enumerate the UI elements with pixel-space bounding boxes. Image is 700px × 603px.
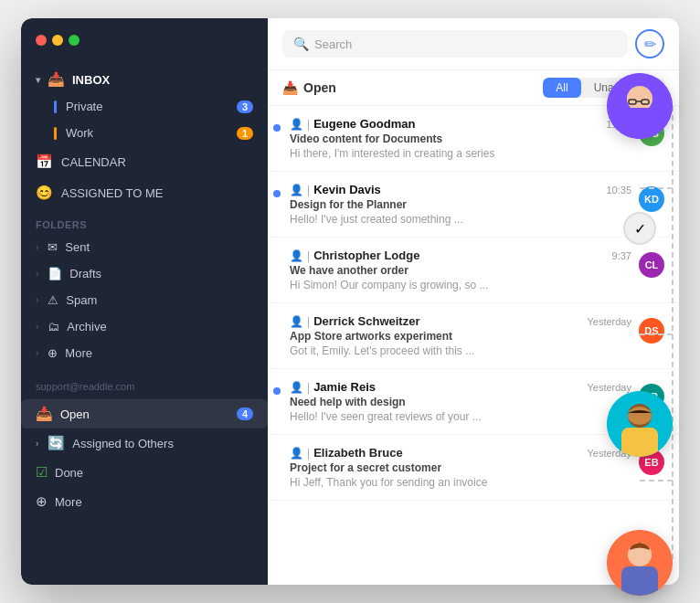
more-label: More [65, 346, 92, 360]
email-subject: Design for the Planner [290, 198, 631, 211]
account-email: support@readdle.com [36, 381, 134, 392]
email-meta: 👤 | Kevin Davis 10:35 [290, 183, 631, 196]
minimize-button[interactable] [52, 35, 63, 46]
separator: | [307, 118, 310, 131]
center-circle: ✓ [623, 212, 656, 245]
inbox-label: INBOX [72, 73, 110, 87]
sidebar-item-assigned-to-me[interactable]: 😊 ASSIGNED TO ME [21, 177, 268, 208]
email-subject: We have another order [290, 264, 631, 277]
open-badge: 4 [237, 407, 253, 420]
email-content: 👤 | Jamie Reis Yesterday Need help with … [282, 380, 631, 423]
email-content: 👤 | Elizabeth Bruce Yesterday Project fo… [282, 446, 631, 489]
private-label: Private [66, 100, 102, 113]
filter-all-button[interactable]: All [543, 78, 580, 98]
sidebar-item-archive[interactable]: › 🗂 Archive [21, 313, 268, 340]
sidebar-content: ▾ 📥 INBOX Private 3 Work 1 📅 CALENDAR [21, 62, 268, 585]
separator: | [307, 249, 310, 262]
open-icon: 📥 [36, 406, 53, 422]
more2-icon: ⊕ [36, 493, 48, 510]
traffic-lights [36, 35, 80, 46]
assigned-others-label: Assigned to Others [72, 437, 174, 450]
sender-name: Eugene Goodman [313, 117, 415, 131]
sender-name: Christopher Lodge [313, 249, 419, 262]
open-section-title: 📥 Open [282, 80, 336, 95]
email-preview: Got it, Emily. Let's proceed with this .… [290, 344, 546, 357]
email-subject: App Store artworks experiment [290, 330, 631, 343]
archive-label: Archive [67, 320, 106, 333]
inbox-icon: 📥 [48, 71, 65, 88]
chevron-icon: › [36, 269, 38, 279]
connection-lines [640, 106, 700, 563]
assigned-label: ASSIGNED TO ME [61, 186, 164, 200]
user-icon: 👤 [290, 381, 303, 394]
app-window: ▾ 📥 INBOX Private 3 Work 1 📅 CALENDAR [21, 18, 679, 585]
separator: | [307, 381, 310, 394]
unread-dot [273, 190, 281, 197]
email-meta: 👤 | Eugene Goodman 11:59 [290, 117, 631, 131]
separator: | [307, 315, 310, 328]
chevron-icon: › [36, 242, 38, 252]
assigned-others-icon: 🔄 [48, 435, 65, 451]
user-icon: 👤 [290, 249, 303, 262]
email-preview: Hello! I've seen great reviews of your .… [290, 410, 546, 423]
sidebar-item-more[interactable]: › ⊕ More [21, 340, 268, 366]
floating-avatar-3 [607, 530, 673, 596]
sidebar-item-sent[interactable]: › ✉ Sent [21, 234, 268, 260]
user-icon: 👤 [290, 184, 303, 196]
folders-label: Folders [21, 208, 268, 234]
sidebar-item-work[interactable]: Work 1 [21, 120, 268, 146]
close-button[interactable] [36, 35, 47, 46]
user-icon: 👤 [290, 315, 303, 328]
chevron-icon: › [36, 348, 38, 358]
calendar-icon: 📅 [36, 153, 52, 170]
sidebar-item-spam[interactable]: › ⚠ Spam [21, 287, 268, 313]
email-subject: Need help with design [290, 396, 631, 408]
unread-dot [273, 387, 281, 395]
svg-rect-17 [621, 566, 658, 596]
sender-name: Kevin Davis [313, 183, 381, 196]
email-meta: 👤 | Derrick Schweitzer Yesterday [290, 314, 631, 328]
more-icon: ⊕ [48, 346, 58, 360]
search-icon: 🔍 [293, 37, 309, 51]
user-icon: 👤 [290, 447, 303, 460]
sidebar: ▾ 📥 INBOX Private 3 Work 1 📅 CALENDAR [21, 18, 268, 585]
sidebar-item-inbox[interactable]: ▾ 📥 INBOX [21, 66, 268, 93]
calendar-label: CALENDAR [61, 155, 126, 169]
drafts-label: Drafts [69, 267, 101, 280]
svg-rect-6 [621, 108, 658, 139]
work-label: Work [66, 126, 93, 140]
separator: | [307, 184, 310, 196]
open-label: Open [60, 407, 90, 421]
search-input-wrap[interactable]: 🔍 [282, 30, 628, 58]
assigned-icon: 😊 [36, 185, 52, 201]
account-section: support@readdle.com [21, 366, 268, 399]
sender-name: Elizabeth Bruce [313, 446, 403, 460]
sidebar-item-open[interactable]: 📥 Open 4 [21, 399, 268, 428]
floating-avatar-1 [607, 73, 673, 139]
sent-label: Sent [65, 240, 90, 254]
chevron-icon: › [36, 295, 38, 305]
spam-icon: ⚠ [48, 293, 58, 307]
compose-button[interactable]: ✏ [635, 29, 664, 58]
sidebar-item-done[interactable]: ☑ Done [21, 458, 268, 487]
user-icon: 👤 [290, 118, 303, 131]
sidebar-item-assigned-others[interactable]: › 🔄 Assigned to Others [21, 428, 268, 458]
spam-label: Spam [66, 293, 97, 307]
sent-icon: ✉ [48, 240, 58, 254]
separator: | [307, 447, 310, 460]
email-subject: Project for a secret customer [290, 461, 631, 474]
sidebar-item-drafts[interactable]: › 📄 Drafts [21, 260, 268, 287]
email-preview: Hi Simon! Our company is growing, so ... [290, 279, 546, 291]
private-badge: 3 [237, 100, 253, 113]
done-icon: ☑ [36, 464, 48, 481]
sidebar-item-private[interactable]: Private 3 [21, 93, 268, 120]
sender-name: Jamie Reis [313, 380, 376, 394]
sidebar-item-calendar[interactable]: 📅 CALENDAR [21, 146, 268, 177]
done-label: Done [55, 466, 83, 480]
maximize-button[interactable] [69, 35, 80, 46]
search-bar: 🔍 ✏ [268, 18, 679, 70]
work-badge: 1 [237, 127, 253, 140]
search-input[interactable] [314, 37, 617, 51]
floating-avatar-2 [607, 391, 673, 457]
sidebar-item-more2[interactable]: ⊕ More [21, 487, 268, 516]
